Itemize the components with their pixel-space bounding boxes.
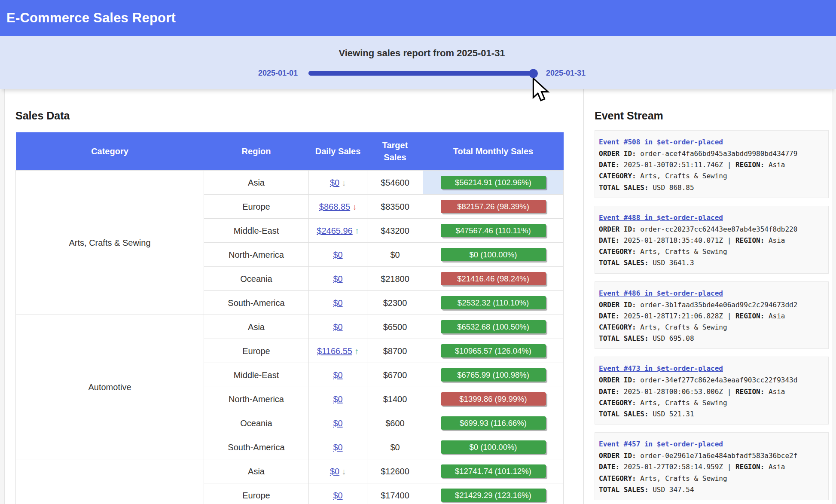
daily-sales-link[interactable]: $1166.55 [317, 346, 352, 356]
event-stream-heading: Event Stream [595, 109, 832, 122]
daily-sales-link[interactable]: $0 [333, 491, 342, 500]
region-cell: North-America [204, 387, 309, 411]
daily-sales-link[interactable]: $868.85 [319, 202, 350, 211]
event-title-link[interactable]: Event #473 in $et-order-placed [599, 363, 824, 374]
event-card: Event #473 in $et-order-placedORDER ID: … [595, 357, 829, 425]
event-order-id-line: ORDER ID: order-0e2961e71a6e484abfadf583… [599, 450, 824, 461]
total-monthly-sales-cell: $0 (100.00%) [423, 435, 564, 459]
daily-sales-link[interactable]: $0 [330, 467, 339, 476]
total-monthly-sales-cell: $1399.86 (99.99%) [423, 387, 564, 411]
event-date-region-line: DATE: 2025-01-30T02:51:11.746Z | REGION:… [599, 159, 824, 171]
column-header-category: Category [16, 132, 204, 171]
event-order-id-line: ORDER ID: order-cc20237cc62443ee87ab4e35… [599, 224, 824, 235]
target-sales-cell: $2300 [367, 291, 423, 315]
page-title: E-Commerce Sales Report [6, 10, 176, 26]
slider-row: 2025-01-01 2025-01-31 [8, 69, 836, 78]
target-sales-cell: $6500 [367, 315, 423, 339]
event-category-line: CATEGORY: Arts, Crafts & Sewing [599, 322, 824, 333]
event-total-sales-line: TOTAL SALES: USD 695.08 [599, 333, 824, 344]
region-cell: Oceania [204, 267, 309, 291]
event-date-region-line: DATE: 2025-01-28T18:35:40.071Z | REGION:… [599, 235, 824, 246]
total-sales-badge: $0 (100.00%) [441, 440, 546, 454]
region-cell: Europe [204, 339, 309, 363]
daily-sales-cell: $0↓ [309, 459, 367, 483]
daily-sales-cell: $0 [309, 411, 367, 435]
event-stream-panel: Event Stream Event #508 in $et-order-pla… [583, 89, 832, 504]
region-cell: Europe [204, 195, 309, 219]
viewing-title: Viewing sales report from 2025-01-31 [8, 36, 836, 59]
event-total-sales-line: TOTAL SALES: USD 347.54 [599, 484, 824, 495]
trend-down-icon: ↓ [342, 465, 346, 477]
total-sales-badge: $10965.57 (126.04%) [441, 344, 546, 357]
event-date-region-line: DATE: 2025-01-27T02:58:14.959Z | REGION:… [599, 461, 824, 473]
date-slider-thumb[interactable] [529, 69, 538, 78]
date-slider-section: Viewing sales report from 2025-01-31 202… [0, 36, 836, 89]
event-list: Event #508 in $et-order-placedORDER ID: … [595, 130, 832, 500]
daily-sales-link[interactable]: $0 [333, 370, 342, 380]
region-cell: Middle-East [204, 219, 309, 243]
target-sales-cell: $6700 [367, 363, 423, 387]
event-title-link[interactable]: Event #508 in $et-order-placed [599, 137, 824, 148]
total-monthly-sales-cell: $2532.32 (110.10%) [423, 291, 564, 315]
target-sales-cell: $600 [367, 411, 423, 435]
daily-sales-link[interactable]: $0 [330, 178, 339, 187]
region-cell: Middle-East [204, 363, 309, 387]
total-monthly-sales-cell: $10965.57 (126.04%) [423, 339, 564, 363]
category-cell [16, 459, 204, 504]
event-title-link[interactable]: Event #457 in $et-order-placed [599, 439, 824, 450]
event-category-line: CATEGORY: Arts, Crafts & Sewing [599, 171, 824, 182]
total-sales-badge: $47567.46 (110.11%) [441, 224, 546, 237]
event-card: Event #457 in $et-order-placedORDER ID: … [595, 432, 829, 500]
daily-sales-link[interactable]: $2465.96 [317, 226, 352, 235]
target-sales-cell: $54600 [367, 171, 423, 195]
event-category-line: CATEGORY: Arts, Crafts & Sewing [599, 473, 824, 484]
event-date-region-line: DATE: 2025-01-28T00:06:53.006Z | REGION:… [599, 386, 824, 397]
daily-sales-link[interactable]: $0 [333, 274, 342, 284]
total-sales-badge: $12741.74 (101.12%) [441, 464, 546, 478]
total-monthly-sales-cell: $47567.46 (110.11%) [423, 219, 564, 243]
trend-down-icon: ↓ [352, 201, 357, 213]
region-cell: North-America [204, 243, 309, 267]
daily-sales-link[interactable]: $0 [333, 250, 342, 260]
column-header-total-monthly-sales: Total Monthly Sales [423, 132, 564, 171]
total-sales-badge: $21416.46 (98.24%) [441, 272, 546, 285]
event-total-sales-line: TOTAL SALES: USD 521.31 [599, 409, 824, 420]
daily-sales-cell: $0 [309, 291, 367, 315]
event-card: Event #486 in $et-order-placedORDER ID: … [595, 281, 829, 349]
event-category-line: CATEGORY: Arts, Crafts & Sewing [599, 246, 824, 257]
region-cell: Oceania [204, 411, 309, 435]
total-monthly-sales-cell: $12741.74 (101.12%) [423, 459, 564, 483]
target-sales-cell: $83500 [367, 195, 423, 219]
total-monthly-sales-cell: $21429.29 (123.16%) [423, 483, 564, 504]
region-cell: Asia [204, 171, 309, 195]
daily-sales-cell: $0 [309, 363, 367, 387]
trend-down-icon: ↓ [342, 177, 346, 189]
total-monthly-sales-cell: $82157.26 (98.39%) [423, 195, 564, 219]
daily-sales-link[interactable]: $0 [333, 418, 342, 428]
sales-table-header: CategoryRegionDaily SalesTarget SalesTot… [16, 132, 564, 171]
region-cell: South-America [204, 291, 309, 315]
total-sales-badge: $699.93 (116.66%) [441, 416, 546, 430]
main-content: Sales Data CategoryRegionDaily SalesTarg… [4, 89, 832, 504]
total-sales-badge: $82157.26 (98.39%) [441, 200, 546, 213]
daily-sales-cell: $0 [309, 387, 367, 411]
event-order-id-line: ORDER ID: order-acef4fa66bd945a3abdd9980… [599, 148, 824, 159]
daily-sales-link[interactable]: $0 [333, 394, 342, 404]
daily-sales-link[interactable]: $0 [333, 298, 342, 308]
total-monthly-sales-cell: $21416.46 (98.24%) [423, 267, 564, 291]
daily-sales-cell: $0 [309, 243, 367, 267]
total-sales-badge: $1399.86 (99.99%) [441, 392, 546, 406]
target-sales-cell: $21800 [367, 267, 423, 291]
date-slider[interactable] [308, 71, 535, 76]
event-total-sales-line: TOTAL SALES: USD 3641.3 [599, 257, 824, 269]
app-header: E-Commerce Sales Report [0, 0, 836, 36]
daily-sales-cell: $0 [309, 267, 367, 291]
category-cell: Automotive [16, 315, 204, 459]
target-sales-cell: $0 [367, 243, 423, 267]
column-header-region: Region [204, 132, 309, 171]
event-title-link[interactable]: Event #486 in $et-order-placed [599, 288, 824, 299]
daily-sales-link[interactable]: $0 [333, 443, 342, 452]
daily-sales-link[interactable]: $0 [333, 322, 342, 332]
table-row: Arts, Crafts & SewingAsia$0↓$54600$56214… [16, 171, 564, 195]
event-title-link[interactable]: Event #488 in $et-order-placed [599, 212, 824, 223]
